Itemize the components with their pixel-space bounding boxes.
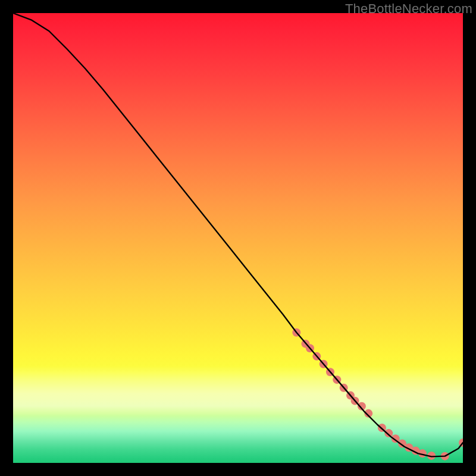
plot-area (13, 13, 463, 463)
curve-marker (384, 429, 393, 437)
curve-svg (13, 13, 463, 463)
watermark-text: TheBottleNecker.com (345, 1, 472, 17)
curve-markers (292, 328, 463, 461)
bottleneck-curve-path (13, 13, 463, 456)
chart-container: TheBottleNecker.com (0, 0, 476, 476)
